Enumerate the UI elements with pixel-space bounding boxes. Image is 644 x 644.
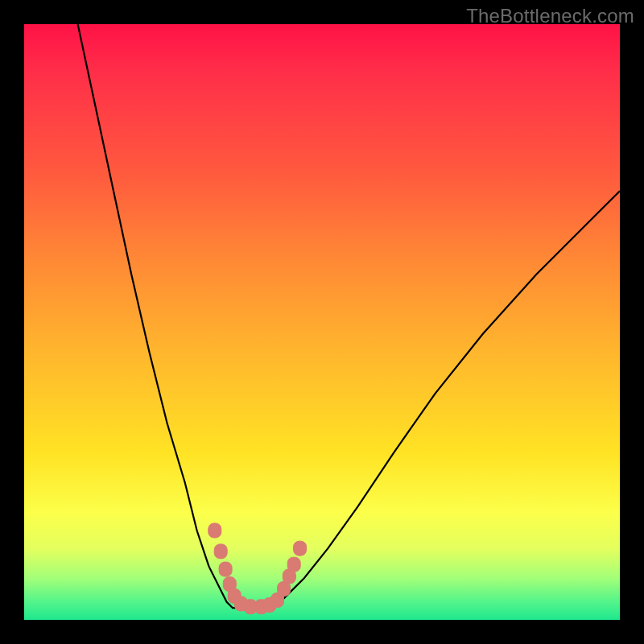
curve-marker: [208, 523, 221, 538]
bottleneck-curve: [78, 24, 620, 608]
curve-marker: [219, 562, 232, 576]
chart-svg: [24, 24, 620, 620]
watermark-text: TheBottleneck.com: [466, 5, 634, 27]
curve-marker: [214, 544, 227, 559]
plot-area: [24, 24, 620, 620]
curve-marker: [294, 541, 307, 555]
chart-frame: TheBottleneck.com: [0, 0, 644, 644]
markers-group: [208, 523, 307, 614]
curve-marker: [287, 557, 300, 572]
